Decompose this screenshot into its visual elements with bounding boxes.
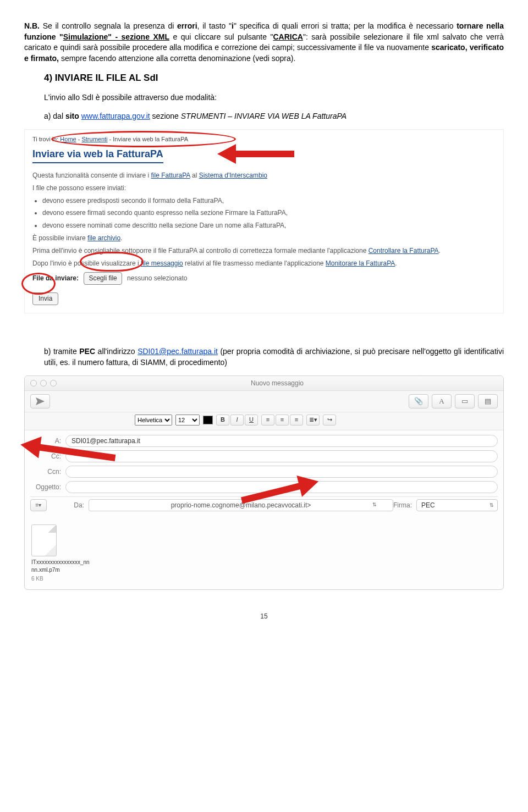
monitor-line: Dopo l'invio è possibile visualizzare i …: [32, 259, 496, 268]
indent-button[interactable]: ↪: [323, 415, 336, 426]
signature-label: Firma:: [393, 501, 412, 510]
from-label: Da:: [53, 501, 84, 510]
intro-invio: L'invio allo SdI è possibile attraverso …: [44, 92, 504, 103]
window-titlebar: Nuovo messaggio: [25, 376, 503, 391]
italic-button[interactable]: I: [230, 415, 244, 426]
cc-row: Cc:: [30, 450, 498, 462]
mail-toolbar: 📎 A ▭ ▤: [25, 391, 503, 412]
attachment-name: ITxxxxxxxxxxxxxxxx_nnnn.xml.p7m: [31, 559, 92, 574]
section-heading-4: 4) INVIARE IL FILE AL SdI: [44, 71, 504, 85]
attachment-file-icon[interactable]: [31, 524, 57, 556]
nb-prefix: N.B.: [24, 21, 40, 30]
list-button[interactable]: ≣▾: [306, 415, 320, 426]
zoom-dot-icon[interactable]: [50, 380, 57, 386]
fatturapa-link[interactable]: www.fatturapa.gov.it: [81, 112, 150, 120]
page-title: Inviare via web la FatturaPA: [32, 147, 163, 163]
breadcrumb-home[interactable]: Home: [60, 136, 76, 142]
underline-button[interactable]: U: [245, 415, 258, 426]
to-label: A:: [30, 437, 61, 446]
align-left-button[interactable]: ≡: [261, 415, 274, 426]
ccn-label: Ccn:: [30, 467, 61, 477]
from-field[interactable]: [89, 499, 393, 511]
requirements-list: devono essere predisposti secondo il for…: [42, 196, 496, 230]
to-row: A:: [30, 435, 498, 447]
font-select[interactable]: Helvetica: [135, 415, 172, 426]
traffic-lights[interactable]: [30, 380, 57, 386]
subject-field[interactable]: [65, 481, 498, 493]
intro-line: Questa funzionalità consente di inviare …: [32, 171, 496, 180]
header-options-button[interactable]: ≡▾: [30, 499, 47, 511]
picture-icon: ▭: [461, 396, 468, 406]
breadcrumb-current: Inviare via web la FatturaPA: [113, 136, 188, 142]
breadcrumb-strumenti[interactable]: Strumenti: [81, 136, 107, 142]
attachment-size: 6 KB: [31, 575, 497, 583]
cc-field[interactable]: [65, 450, 498, 462]
send-button[interactable]: [30, 394, 50, 408]
list-item: devono essere predisposti secondo il for…: [42, 196, 496, 206]
to-field[interactable]: [65, 435, 498, 447]
subject-row: Oggetto:: [30, 481, 498, 493]
signature-select[interactable]: PEC: [416, 499, 498, 511]
choose-file-button[interactable]: Scegli file: [84, 272, 122, 285]
ccn-field[interactable]: [65, 466, 498, 478]
check-line: Prima dell'invio è consigliabile sottopo…: [32, 246, 496, 256]
option-b: b) tramite PEC all'indirizzo SDI01@pec.f…: [44, 346, 504, 368]
attachment-area: ITxxxxxxxxxxxxxxxx_nnnn.xml.p7m 6 KB: [25, 519, 503, 589]
archive-line: È possibile inviare file archivio.: [32, 234, 496, 243]
nb-paragraph: N.B. Se il controllo segnala la presenza…: [24, 21, 504, 64]
panel-icon: ▤: [485, 396, 491, 406]
bold-button[interactable]: B: [216, 415, 229, 426]
sidebar-button[interactable]: ▤: [478, 394, 498, 408]
align-center-button[interactable]: ≡: [276, 415, 289, 426]
color-swatch[interactable]: [203, 416, 213, 424]
pec-email-link[interactable]: SDI01@pec.fatturapa.it: [138, 347, 218, 356]
file-label: File da inviare:: [32, 274, 79, 282]
window-title: Nuovo messaggio: [57, 379, 498, 388]
option-a: a) dal sito www.fatturapa.gov.it sezione…: [44, 111, 504, 122]
photo-button[interactable]: ▭: [455, 394, 475, 408]
no-file-text: nessuno selezionato: [127, 274, 187, 282]
format-button[interactable]: A: [432, 394, 452, 408]
list-item: devono essere firmati secondo quanto esp…: [42, 208, 496, 218]
align-right-button[interactable]: ≡: [290, 415, 303, 426]
paperclip-icon: 📎: [414, 396, 423, 406]
files-intro: I file che possono essere inviati:: [32, 184, 496, 193]
submit-button[interactable]: Invia: [32, 292, 58, 305]
font-icon: A: [439, 396, 444, 406]
list-item: devono essere nominati come descritto ne…: [42, 221, 496, 230]
ccn-row: Ccn:: [30, 466, 498, 478]
header-separator: [30, 496, 498, 497]
format-bar: Helvetica 12 B I U ≡ ≡ ≡ ≣▾ ↪: [25, 412, 503, 430]
attach-button[interactable]: 📎: [409, 394, 428, 408]
from-row: ≡▾ Da: Firma: PEC: [30, 499, 498, 511]
minimize-dot-icon[interactable]: [40, 380, 47, 386]
breadcrumb: Ti trovi in: Home - Strumenti - Inviare …: [32, 135, 496, 143]
annotation-arrow-title: [190, 144, 250, 161]
file-input-row: File da inviare: Scegli file nessuno sel…: [32, 272, 496, 285]
subject-label: Oggetto:: [30, 483, 61, 492]
mail-client-screenshot: Nuovo messaggio 📎 A ▭ ▤ Helvetica 12 B I…: [24, 375, 504, 590]
mail-headers: A: Cc: Ccn: Oggetto: ≡▾ Da: Firma: PEC: [25, 430, 503, 519]
page-number: 15: [24, 612, 504, 621]
cc-label: Cc:: [30, 452, 61, 461]
font-size-select[interactable]: 12: [175, 415, 200, 426]
fatturapa-screenshot: Ti trovi in: Home - Strumenti - Inviare …: [24, 129, 504, 313]
close-dot-icon[interactable]: [30, 380, 37, 386]
paper-plane-icon: [36, 397, 45, 405]
